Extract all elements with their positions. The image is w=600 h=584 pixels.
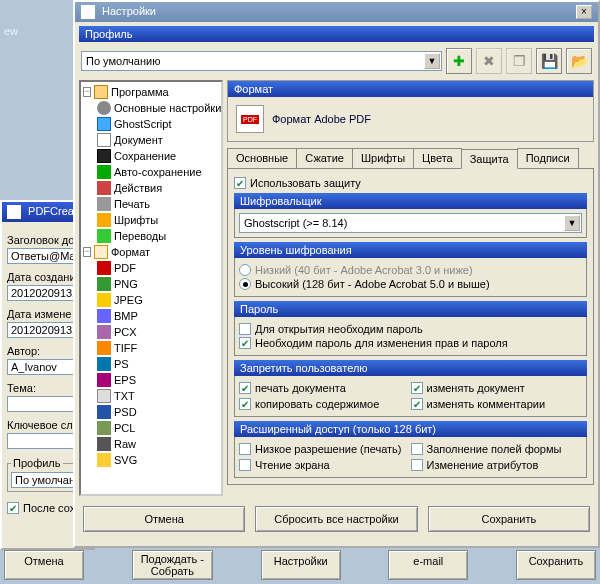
tree-item[interactable]: Сохранение [114,150,176,162]
open-profile-button[interactable]: 📂 [566,48,592,74]
profile-combo[interactable]: По умолчанию ▼ [81,51,442,71]
format-tabs: Основные Сжатие Шрифты Цвета Защита Подп… [227,148,594,168]
close-icon[interactable]: × [576,5,592,19]
bg-bottom-buttons: Отмена Подождать - Собрать Настройки e-m… [4,550,596,580]
format-header: Формат [228,81,593,97]
tree-format-item[interactable]: EPS [114,374,136,386]
tab-fonts[interactable]: Шрифты [352,148,414,168]
right-panel: Формат PDF Формат Adobe PDF Основные Сжа… [227,80,594,496]
level-header: Уровень шифрования [234,242,587,258]
format-item-icon [97,437,111,451]
settings-tree[interactable]: −Программа Основные настройкиGhostScript… [79,80,223,496]
deny-comments-label: изменять комментарии [427,398,546,410]
tab-security[interactable]: Защита [461,149,518,169]
tree-item-icon [97,101,111,115]
tree-format-item[interactable]: PS [114,358,129,370]
tree-item-icon [97,213,111,227]
settings-title: Настройки [102,5,156,17]
ext-screen-label: Чтение экрана [255,459,330,471]
tree-format-item[interactable]: SVG [114,454,137,466]
use-protection-check[interactable] [234,177,246,189]
tree-item[interactable]: Печать [114,198,150,210]
bg-email-button[interactable]: e-mail [388,550,468,580]
tree-format[interactable]: Формат [111,246,150,258]
deny-print-label: печать документа [255,382,346,394]
tree-format-item[interactable]: TIFF [114,342,137,354]
tree-item[interactable]: Основные настройки [114,102,221,114]
tree-program[interactable]: Программа [111,86,169,98]
deny-copy-label: копировать содержимое [255,398,379,410]
bg-cancel-button[interactable]: Отмена [4,550,84,580]
encryptor-header: Шифровальщик [234,193,587,209]
tab-general[interactable]: Основные [227,148,297,168]
settings-titlebar[interactable]: Настройки × [75,2,598,22]
ext-screen-check[interactable] [239,459,251,471]
bg-save-button[interactable]: Сохранить [516,550,596,580]
deny-modify-label: изменять документ [427,382,525,394]
tree-item[interactable]: Действия [114,182,162,194]
tree-format-item[interactable]: PCX [114,326,137,338]
save-button[interactable]: Сохранить [428,506,590,532]
format-item-icon [97,341,111,355]
tree-item[interactable]: GhostScript [114,118,171,130]
format-item-icon [97,453,111,467]
tree-item[interactable]: Шрифты [114,214,158,226]
add-profile-button[interactable]: ✚ [446,48,472,74]
tab-compression[interactable]: Сжатие [296,148,353,168]
save-profile-button[interactable]: 💾 [536,48,562,74]
pw-open-check[interactable] [239,323,251,335]
tab-colors[interactable]: Цвета [413,148,462,168]
format-item-icon [97,309,111,323]
bg-settings-button[interactable]: Настройки [261,550,341,580]
collapse-icon[interactable]: − [83,247,91,257]
dialog-footer: Отмена Сбросить все настройки Сохранить [79,502,594,536]
format-item-icon [97,325,111,339]
level-high-radio[interactable] [239,278,251,290]
tree-item-icon [97,133,111,147]
cancel-button[interactable]: Отмена [83,506,245,532]
ext-lowres-check[interactable] [239,443,251,455]
pw-open-label: Для открытия необходим пароль [255,323,423,335]
after-save-check[interactable] [7,502,19,514]
tree-format-item[interactable]: PCL [114,422,135,434]
collapse-icon[interactable]: − [83,87,91,97]
tree-item[interactable]: Переводы [114,230,166,242]
password-header: Пароль [234,301,587,317]
reset-button[interactable]: Сбросить все настройки [255,506,417,532]
settings-dialog: Настройки × Профиль По умолчанию ▼ ✚ ✖ ❐… [73,0,600,548]
deny-comments-check[interactable] [411,398,423,410]
deny-print-check[interactable] [239,382,251,394]
tree-format-item[interactable]: Raw [114,438,136,450]
use-protection-label: Использовать защиту [250,177,361,189]
tree-item-icon [97,149,111,163]
pw-perm-check[interactable] [239,337,251,349]
chevron-down-icon[interactable]: ▼ [564,215,580,231]
format-label: Формат Adobe PDF [272,113,371,125]
format-item-icon [97,405,111,419]
tree-format-item[interactable]: TXT [114,390,135,402]
tree-format-item[interactable]: JPEG [114,294,143,306]
tab-signatures[interactable]: Подписи [517,148,579,168]
encryptor-combo[interactable]: Ghostscript (>= 8.14) ▼ [239,213,582,233]
ext-attr-check[interactable] [411,459,423,471]
settings-icon [81,5,95,19]
tree-format-item[interactable]: PDF [114,262,136,274]
tree-item-icon [97,165,111,179]
ext-fillform-label: Заполнение полей формы [427,443,562,455]
format-item-icon [97,293,111,307]
bg-wait-button[interactable]: Подождать - Собрать [132,550,213,580]
after-save-label: После сох [23,502,75,514]
tree-format-item[interactable]: BMP [114,310,138,322]
level-high-label: Высокий (128 бит - Adobe Acrobat 5.0 и в… [255,278,490,290]
tree-item-icon [97,117,111,131]
tree-item-icon [97,197,111,211]
ext-fillform-check[interactable] [411,443,423,455]
chevron-down-icon[interactable]: ▼ [424,53,440,69]
deny-modify-check[interactable] [411,382,423,394]
tree-format-item[interactable]: PSD [114,406,137,418]
tree-item[interactable]: Документ [114,134,163,146]
deny-copy-check[interactable] [239,398,251,410]
deny-header: Запретить пользователю [234,360,587,376]
tree-item[interactable]: Авто-сохранение [114,166,202,178]
tree-format-item[interactable]: PNG [114,278,138,290]
